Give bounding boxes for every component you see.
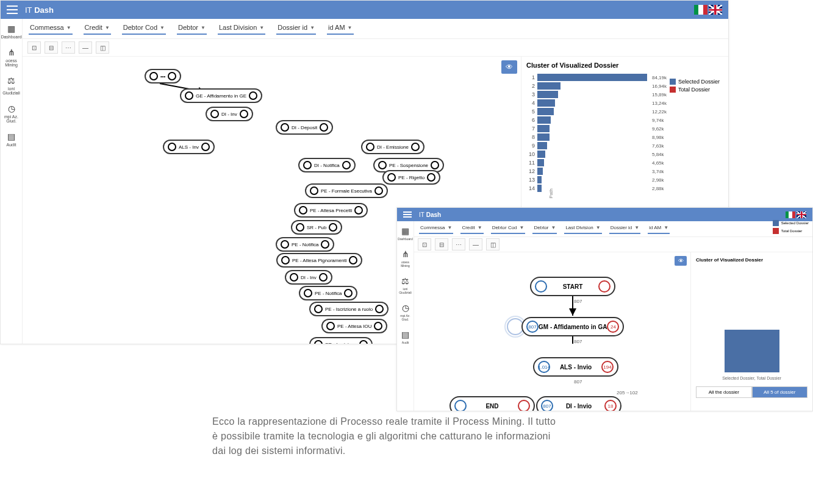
tab-5-dossier[interactable]: All 5 of dossier	[752, 386, 808, 398]
bar-fill	[537, 82, 561, 90]
process-node[interactable]: DI - Emissione	[361, 140, 424, 154]
sidebar-item[interactable]: ▦Dashboard	[397, 226, 414, 241]
toolbar-button[interactable]: —	[79, 41, 92, 54]
process-node[interactable]: ALS - Inv	[163, 140, 215, 154]
bar-row[interactable]: 512,22k	[526, 108, 723, 115]
toolbar-button[interactable]: ⊟	[435, 238, 448, 250]
mini-chart-subtitle: Selected Dossier, Total Dossier	[696, 376, 808, 380]
bar-row[interactable]: 88,98k	[526, 133, 723, 141]
bar-row[interactable]: 142,88k	[526, 185, 723, 192]
process-node[interactable]: •••	[145, 69, 181, 83]
toolbar-button[interactable]: ◫	[96, 41, 109, 54]
sidebar-item[interactable]: ▤Audit	[397, 330, 414, 344]
filter-dropdown[interactable]: Last Division▼	[218, 23, 265, 35]
process-node[interactable]: 807GM - Affidamento in GA24	[521, 317, 624, 336]
visibility-toggle-icon[interactable]: 👁	[501, 60, 517, 74]
flag-uk-icon[interactable]	[709, 5, 722, 15]
process-node[interactable]: PE - Iscrizione a ruolo	[309, 302, 389, 316]
filter-dropdown[interactable]: Dossier id▼	[276, 23, 316, 35]
bar-row[interactable]: 105,84k	[526, 151, 723, 158]
bar-row[interactable]: 123,7dk	[526, 168, 723, 175]
sidebar-item[interactable]: ⚖ioni Giudiziali	[1, 76, 22, 95]
hamburger-icon[interactable]	[7, 5, 18, 14]
tab-all-dossier[interactable]: All the dossier	[696, 386, 752, 398]
process-node[interactable]: DI - Inv	[285, 270, 332, 285]
process-node[interactable]: PE - Formale Esecutiva	[305, 183, 388, 198]
node-cap-right	[329, 223, 337, 232]
process-node[interactable]: PE - Attesa IOU	[321, 319, 387, 333]
sidebar-item[interactable]: ◷mpi Az. Giud.	[1, 104, 22, 123]
bar-fill	[537, 125, 550, 132]
toolbar-button[interactable]: ⊟	[45, 41, 58, 54]
node-cap-right	[349, 256, 357, 264]
filter-dropdown[interactable]: id AM▼	[327, 23, 353, 35]
chart-legend: Selected DossierTotal Dossier	[670, 79, 720, 94]
sidebar-item[interactable]: ◷mpi Az. Giud.	[397, 303, 414, 321]
node-cap-left	[535, 280, 547, 293]
process-node[interactable]: 1.014ALS - Invio194	[533, 357, 618, 377]
hamburger-icon-2[interactable]	[403, 211, 412, 218]
cluster-title: Cluster of Visualized Dossier	[526, 62, 723, 69]
toolbar-button[interactable]: ⊡	[418, 238, 431, 250]
filter-dropdown[interactable]: Credit▼	[460, 224, 483, 234]
app-header: IT Dash	[1, 1, 728, 19]
process-node[interactable]: GE - Affidamento in GE	[180, 88, 262, 103]
filter-dropdown[interactable]: Dossier id▼	[609, 224, 641, 234]
node-cap-left	[281, 123, 289, 132]
process-node[interactable]: END	[449, 396, 535, 411]
process-canvas-2[interactable]: 👁 START807GM - Affidamento in GA241.014A…	[414, 252, 690, 411]
flag-it-icon-2[interactable]	[786, 211, 795, 218]
node-cap-left	[326, 322, 335, 330]
bar-fill	[537, 116, 551, 124]
toolbar-button[interactable]: ⊡	[27, 41, 41, 54]
filter-dropdown[interactable]: Commessa▼	[419, 224, 453, 234]
sidebar-item[interactable]: ⋔ocess Mining	[1, 48, 22, 67]
process-node[interactable]: START	[530, 277, 615, 296]
sidebar-icon: ⋔	[8, 48, 15, 57]
sidebar-icon: ◷	[402, 303, 409, 313]
filter-dropdown[interactable]: Debtor▼	[532, 224, 557, 234]
filter-bar: Commessa▼Credit▼Debtor Cod▼Debtor▼Last D…	[23, 19, 728, 39]
sidebar-item[interactable]: ▤Audit	[1, 132, 22, 147]
process-node[interactable]: PE - Notifica	[299, 286, 357, 300]
process-node[interactable]: SR - Pub	[291, 220, 342, 235]
process-node[interactable]: PE - Attesa Pignoramenti	[276, 253, 362, 268]
process-node[interactable]: DI - Deposit	[276, 120, 333, 135]
process-node[interactable]: PE - Attesa Precetti	[294, 203, 368, 218]
toolbar-button[interactable]: ◫	[486, 238, 500, 250]
node-cap-left	[296, 223, 304, 232]
process-node[interactable]: DI - Notifica	[298, 158, 356, 172]
process-node[interactable]: DI - Inv	[206, 107, 253, 121]
toolbar-button[interactable]: ⋯	[62, 41, 75, 54]
bar-row[interactable]: 69,74k	[526, 116, 723, 124]
visibility-toggle-icon-2[interactable]: 👁	[675, 256, 687, 266]
node-cap-right	[168, 72, 176, 80]
filter-dropdown[interactable]: id AM▼	[648, 224, 670, 234]
process-node[interactable]: 807DI - Invio18	[536, 396, 621, 411]
sidebar-icon: ▦	[7, 24, 15, 34]
filter-dropdown[interactable]: Credit▼	[84, 23, 111, 35]
filter-dropdown[interactable]: Debtor Cod▼	[122, 23, 166, 35]
process-node[interactable]: PE - Rigetto	[382, 170, 440, 185]
toolbar-button[interactable]: —	[469, 238, 482, 250]
flag-it-icon[interactable]	[694, 5, 707, 15]
flag-uk-icon-2[interactable]	[797, 211, 806, 218]
process-node[interactable]: PE - Notifica	[276, 237, 334, 252]
bar-row[interactable]: 132,98k	[526, 176, 723, 183]
toolbar-button[interactable]: ⋯	[452, 238, 465, 250]
bar-row[interactable]: 413,24k	[526, 99, 723, 107]
filter-dropdown[interactable]: Debtor Cod▼	[491, 224, 526, 234]
bar-row[interactable]: 114,65k	[526, 159, 723, 166]
sidebar-item[interactable]: ▦Dashboard	[1, 24, 22, 39]
node-cap-right	[374, 186, 383, 195]
bar-row[interactable]: 79,62k	[526, 125, 723, 132]
node-cap-right	[321, 240, 329, 249]
bar-row[interactable]: 97,63k	[526, 142, 723, 149]
filter-dropdown[interactable]: Commessa▼	[29, 23, 73, 35]
sidebar-item[interactable]: ⚖ioni Giudiziali	[397, 276, 414, 294]
filter-dropdown[interactable]: Last Division▼	[564, 224, 601, 234]
process-node[interactable]: SR - Iscrizione	[309, 337, 373, 344]
filter-dropdown[interactable]: Debtor▼	[177, 23, 207, 35]
sidebar-item[interactable]: ⋔ocess Mining	[397, 249, 414, 268]
chevron-down-icon: ▼	[259, 25, 264, 30]
